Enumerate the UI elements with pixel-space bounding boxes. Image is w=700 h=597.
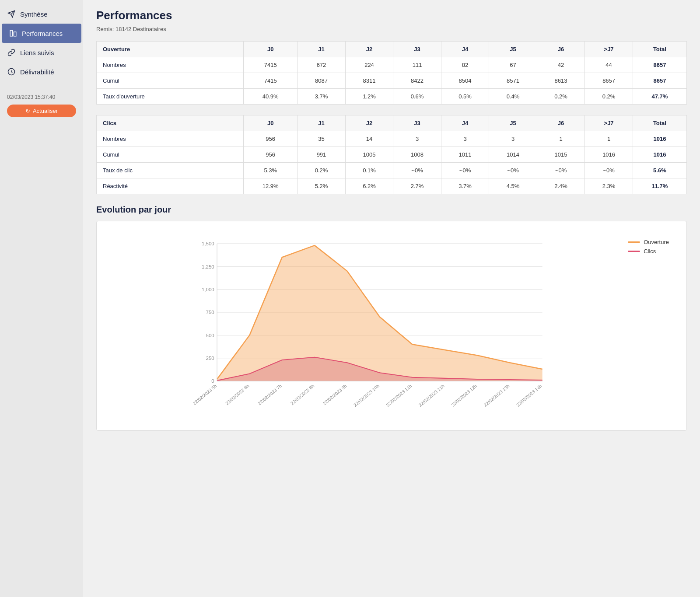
clics-row-label-2: Taux de clic xyxy=(97,163,244,178)
clics-col-j2: J2 xyxy=(345,115,393,131)
page-title: Performances xyxy=(96,9,687,22)
clics-cell-3-6: 2.4% xyxy=(537,178,585,194)
clics-cell-2-5: ~0% xyxy=(489,163,537,178)
sidebar-item-synthese[interactable]: Synthèse xyxy=(0,4,83,24)
ouverture-cell-2-5: 0.4% xyxy=(489,89,537,105)
clics-cell-2-2: 0.1% xyxy=(345,163,393,178)
clics-col-j5: J5 xyxy=(489,115,537,131)
ouverture-row-1: Cumul74158087831184228504857186138657865… xyxy=(97,73,687,89)
svg-text:500: 500 xyxy=(206,333,214,338)
ouverture-cell-1-2: 8311 xyxy=(345,73,393,89)
clics-cell-0-2: 14 xyxy=(345,131,393,147)
sidebar-label-liens-suivis: Liens suivis xyxy=(20,49,54,56)
svg-text:0: 0 xyxy=(211,378,214,384)
ouverture-table: Ouverture J0 J1 J2 J3 J4 J5 J6 >J7 Total… xyxy=(96,41,687,105)
clics-col-j1: J1 xyxy=(298,115,346,131)
ouverture-cell-1-3: 8422 xyxy=(393,73,441,89)
ouverture-cell-0-0: 7415 xyxy=(244,57,298,73)
clics-cell-2-1: 0.2% xyxy=(298,163,346,178)
clics-row-0: Nombres9563514333111016 xyxy=(97,131,687,147)
legend-color-clics xyxy=(628,251,640,252)
clics-col-j6: J6 xyxy=(537,115,585,131)
clics-cell-2-6: ~0% xyxy=(537,163,585,178)
legend-ouverture: Ouverture xyxy=(628,239,669,245)
svg-rect-3 xyxy=(14,32,16,36)
clics-cell-1-2: 1005 xyxy=(345,147,393,163)
svg-text:1,500: 1,500 xyxy=(202,241,214,246)
clics-table: Clics J0 J1 J2 J3 J4 J5 J6 >J7 Total Nom… xyxy=(96,115,687,194)
ouverture-row-label-2: Taux d'ouverture xyxy=(97,89,244,105)
clics-cell-3-3: 2.7% xyxy=(393,178,441,194)
ouverture-cell-1-6: 8613 xyxy=(537,73,585,89)
clics-cell-3-5: 4.5% xyxy=(489,178,537,194)
clics-cell-2-3: ~0% xyxy=(393,163,441,178)
clics-cell-2-0: 5.3% xyxy=(244,163,298,178)
ouverture-cell-0-2: 224 xyxy=(345,57,393,73)
ouverture-cell-1-5: 8571 xyxy=(489,73,537,89)
clics-cell-3-0: 12.9% xyxy=(244,178,298,194)
svg-text:22/02/2023 8h: 22/02/2023 8h xyxy=(290,384,315,406)
svg-text:22/02/2023 12h: 22/02/2023 12h xyxy=(450,384,478,408)
clics-cell-3-8: 11.7% xyxy=(633,178,686,194)
sidebar-label-synthese: Synthèse xyxy=(20,10,48,18)
ouverture-col-j5: J5 xyxy=(489,42,537,57)
clics-cell-1-4: 1011 xyxy=(441,147,489,163)
ouverture-col-total: Total xyxy=(633,42,686,57)
ouverture-cell-2-4: 0.5% xyxy=(441,89,489,105)
ouverture-cell-0-3: 111 xyxy=(393,57,441,73)
clics-cell-0-6: 1 xyxy=(537,131,585,147)
ouverture-cell-2-0: 40.9% xyxy=(244,89,298,105)
svg-text:22/02/2023 10h: 22/02/2023 10h xyxy=(353,384,380,408)
clics-row-label-3: Réactivité xyxy=(97,178,244,194)
ouverture-cell-0-5: 67 xyxy=(489,57,537,73)
ouverture-row-0: Nombres7415672224111826742448657 xyxy=(97,57,687,73)
clics-cell-0-5: 3 xyxy=(489,131,537,147)
clics-cell-2-4: ~0% xyxy=(441,163,489,178)
ouverture-col-j7: >J7 xyxy=(585,42,633,57)
sidebar-item-delivrabilite[interactable]: Délivrabilité xyxy=(0,62,83,81)
refresh-button[interactable]: ↻ Actualiser xyxy=(7,105,76,117)
clics-cell-1-3: 1008 xyxy=(393,147,441,163)
link-icon xyxy=(7,48,16,57)
ouverture-cell-1-4: 8504 xyxy=(441,73,489,89)
ouverture-row-label-0: Nombres xyxy=(97,57,244,73)
ouverture-cell-2-6: 0.2% xyxy=(537,89,585,105)
clics-cell-1-7: 1016 xyxy=(585,147,633,163)
ouverture-cell-0-8: 8657 xyxy=(633,57,686,73)
page-subtitle: Remis: 18142 Destinataires xyxy=(96,26,687,32)
clics-section-header: Clics xyxy=(97,115,244,131)
sidebar-divider xyxy=(0,85,83,85)
chart-legend: Ouverture Clics xyxy=(628,239,669,255)
sidebar-item-liens-suivis[interactable]: Liens suivis xyxy=(0,43,83,62)
clics-cell-1-5: 1014 xyxy=(489,147,537,163)
legend-label-ouverture: Ouverture xyxy=(644,239,669,245)
ouverture-col-j0: J0 xyxy=(244,42,298,57)
clics-row-1: Cumul9569911005100810111014101510161016 xyxy=(97,147,687,163)
clics-cell-0-7: 1 xyxy=(585,131,633,147)
ouverture-cell-0-6: 42 xyxy=(537,57,585,73)
clics-row-label-0: Nombres xyxy=(97,131,244,147)
clics-cell-1-6: 1015 xyxy=(537,147,585,163)
svg-text:750: 750 xyxy=(206,310,214,315)
clics-cell-1-1: 991 xyxy=(298,147,346,163)
ouverture-cell-1-8: 8657 xyxy=(633,73,686,89)
svg-text:22/02/2023 5h: 22/02/2023 5h xyxy=(192,384,217,406)
ouverture-cell-1-1: 8087 xyxy=(298,73,346,89)
clics-col-total: Total xyxy=(633,115,686,131)
clics-cell-0-0: 956 xyxy=(244,131,298,147)
svg-text:22/02/2023 9h: 22/02/2023 9h xyxy=(322,384,347,406)
ouverture-cell-2-3: 0.6% xyxy=(393,89,441,105)
ouverture-col-j1: J1 xyxy=(298,42,346,57)
clics-cell-3-7: 2.3% xyxy=(585,178,633,194)
svg-text:22/02/2023 11h: 22/02/2023 11h xyxy=(418,384,445,408)
ouverture-row-2: Taux d'ouverture40.9%3.7%1.2%0.6%0.5%0.4… xyxy=(97,89,687,105)
refresh-icon: ↻ xyxy=(25,108,30,114)
sidebar-item-performances[interactable]: Performances xyxy=(2,24,81,43)
svg-text:22/02/2023 11h: 22/02/2023 11h xyxy=(385,384,413,408)
clics-row-3: Réactivité12.9%5.2%6.2%2.7%3.7%4.5%2.4%2… xyxy=(97,178,687,194)
clics-cell-1-8: 1016 xyxy=(633,147,686,163)
clics-col-j3: J3 xyxy=(393,115,441,131)
clics-cell-1-0: 956 xyxy=(244,147,298,163)
clics-cell-2-7: ~0% xyxy=(585,163,633,178)
svg-text:22/02/2023 6h: 22/02/2023 6h xyxy=(224,384,250,406)
